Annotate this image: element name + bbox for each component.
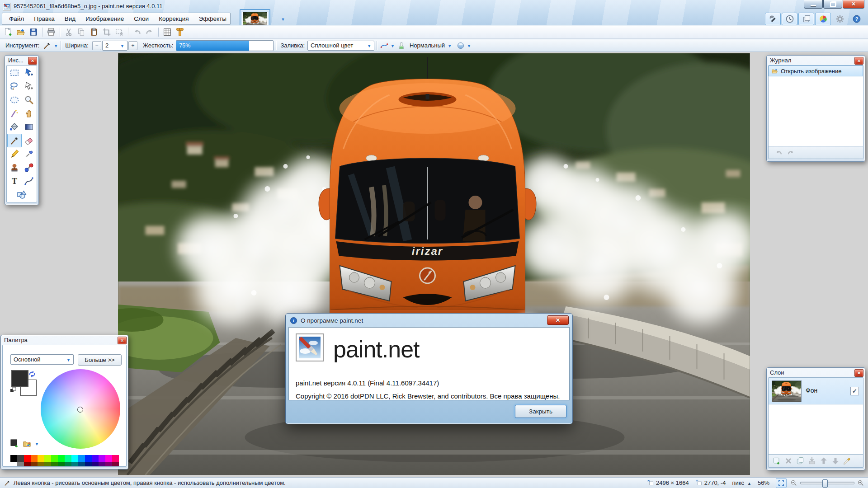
width-decrease-button[interactable]: − [92, 41, 101, 50]
color-swatch[interactable] [105, 455, 112, 462]
image-list-button[interactable] [278, 14, 288, 23]
tool-color-picker[interactable] [22, 147, 36, 161]
history-redo-button[interactable] [785, 147, 797, 159]
color-swatch[interactable] [99, 462, 105, 467]
color-swatch[interactable] [44, 462, 51, 467]
tool-rectangle-select[interactable] [7, 66, 22, 80]
menu-adjustments[interactable]: Коррекция [154, 14, 193, 24]
settings-button[interactable] [832, 13, 848, 25]
toggle-tools-button[interactable] [765, 13, 781, 25]
color-swatch[interactable] [99, 455, 105, 462]
palette-mode-select[interactable]: Основной [10, 354, 74, 365]
width-combo[interactable]: 2 [102, 41, 127, 51]
crop-button[interactable] [101, 26, 113, 38]
color-swatch[interactable] [24, 455, 31, 462]
layers-panel-close-button[interactable]: ✕ [854, 369, 863, 377]
color-swatch[interactable] [44, 455, 51, 462]
color-swatch[interactable] [78, 462, 85, 467]
about-close-button[interactable]: Закрыть [515, 405, 566, 418]
tools-panel-close-button[interactable]: ✕ [28, 57, 37, 65]
color-swatch[interactable] [58, 462, 65, 467]
tool-shapes[interactable] [7, 188, 36, 202]
color-swatch[interactable] [92, 462, 99, 467]
chevron-down-icon[interactable] [35, 440, 39, 447]
color-swatch[interactable] [38, 455, 44, 462]
tool-zoom[interactable] [22, 93, 36, 107]
tool-eraser[interactable] [22, 134, 36, 147]
tool-pan[interactable] [22, 107, 36, 120]
history-item-open-image[interactable]: Открыть изображение [769, 66, 863, 76]
tool-gradient[interactable] [22, 120, 36, 134]
layer-visibility-checkbox[interactable] [850, 387, 859, 395]
restore-button[interactable] [823, 0, 842, 9]
menu-layers[interactable]: Слои [129, 14, 154, 24]
color-swatch[interactable] [71, 462, 78, 467]
tool-text[interactable]: T [7, 174, 22, 188]
palette-manager-icon[interactable] [23, 439, 31, 448]
zoom-in-button[interactable] [857, 479, 864, 487]
copy-button[interactable] [75, 26, 87, 38]
color-swatch[interactable] [71, 455, 78, 462]
color-swatch[interactable] [112, 462, 119, 467]
color-swatch[interactable] [38, 462, 44, 467]
history-panel-close-button[interactable]: ✕ [854, 57, 863, 65]
zoom-to-window-button[interactable] [776, 478, 787, 488]
new-button[interactable] [2, 26, 14, 38]
tool-line-curve[interactable] [22, 174, 36, 188]
move-layer-up-button[interactable] [818, 455, 830, 466]
color-swatch[interactable] [65, 455, 71, 462]
menu-file[interactable]: Файл [4, 14, 29, 24]
merge-down-button[interactable] [806, 455, 818, 466]
selection-quality-button[interactable] [456, 40, 471, 52]
tool-clone-stamp[interactable] [7, 161, 22, 174]
duplicate-layer-button[interactable] [794, 455, 806, 466]
delete-layer-button[interactable] [783, 455, 794, 466]
color-swatch[interactable] [105, 462, 112, 467]
about-dialog-titlebar[interactable]: i О программе paint.net ✕ [286, 314, 572, 327]
color-swatch[interactable] [78, 455, 85, 462]
menu-effects[interactable]: Эффекты [194, 14, 231, 24]
titlebar[interactable]: 9575452061_f8a6d68be5_o.jpg - paint.net … [0, 0, 868, 12]
antialiasing-button[interactable] [396, 40, 407, 52]
about-close-x-button[interactable]: ✕ [547, 315, 569, 325]
minimize-button[interactable] [804, 0, 823, 9]
tool-magic-wand[interactable] [7, 107, 22, 120]
color-swatch[interactable] [112, 455, 119, 462]
color-swatch[interactable] [58, 455, 65, 462]
paste-button[interactable] [88, 26, 100, 38]
menu-view[interactable]: Вид [60, 14, 80, 24]
add-color-icon[interactable] [10, 439, 19, 448]
reset-colors-icon[interactable] [10, 387, 16, 393]
toggle-layers-button[interactable] [798, 13, 814, 25]
zoom-out-button[interactable] [790, 479, 797, 487]
color-swatch[interactable] [92, 455, 99, 462]
tool-move-selected-pixels[interactable] [22, 66, 36, 80]
current-tool-button[interactable] [42, 40, 58, 52]
palette-more-button[interactable]: Больше >> [78, 354, 122, 366]
tool-paint-bucket[interactable] [7, 120, 22, 134]
cut-button[interactable] [63, 26, 75, 38]
menu-image[interactable]: Изображение [80, 14, 129, 24]
rulers-button[interactable] [174, 26, 186, 38]
move-layer-down-button[interactable] [830, 455, 841, 466]
color-wheel-selector[interactable] [77, 407, 83, 413]
color-swatch[interactable] [10, 455, 17, 462]
color-swatch[interactable] [85, 455, 92, 462]
hardness-slider[interactable]: 75% [176, 40, 274, 51]
tool-ellipse-select[interactable] [7, 93, 22, 107]
zoom-slider[interactable] [800, 482, 854, 484]
fill-combo[interactable]: Сплошной цвет [307, 41, 374, 51]
layer-row-background[interactable]: Фон [769, 378, 863, 404]
redo-button[interactable] [144, 26, 156, 38]
color-swatch[interactable] [51, 455, 58, 462]
zoom-slider-thumb[interactable] [822, 479, 828, 488]
width-increase-button[interactable]: + [128, 41, 137, 50]
toggle-history-button[interactable] [782, 13, 797, 25]
tool-recolor[interactable] [22, 161, 36, 174]
blend-mode-value[interactable]: Нормальный [410, 42, 445, 49]
history-undo-button[interactable] [773, 147, 784, 159]
pixel-grid-button[interactable] [161, 26, 173, 38]
open-button[interactable] [15, 26, 27, 38]
help-button[interactable]: ? [849, 13, 864, 25]
color-swatch[interactable] [31, 462, 38, 467]
